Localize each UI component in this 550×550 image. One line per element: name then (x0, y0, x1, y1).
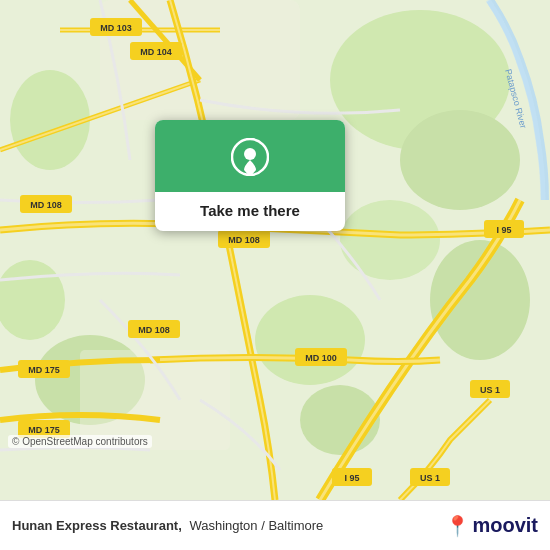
svg-point-5 (10, 70, 90, 170)
footer-bar: Hunan Express Restaurant, Washington / B… (0, 500, 550, 550)
map-container: MD 103 MD 104 MD 108 MD 108 MD 108 MD 10… (0, 0, 550, 500)
svg-text:MD 100: MD 100 (305, 353, 337, 363)
svg-text:MD 103: MD 103 (100, 23, 132, 33)
restaurant-name: Hunan Express Restaurant, (12, 518, 182, 533)
svg-text:MD 175: MD 175 (28, 425, 60, 435)
svg-point-8 (255, 295, 365, 385)
svg-text:MD 108: MD 108 (228, 235, 260, 245)
take-me-there-button[interactable]: Take me there (186, 192, 314, 231)
restaurant-location: Washington / Baltimore (189, 518, 323, 533)
svg-text:MD 175: MD 175 (28, 365, 60, 375)
svg-text:MD 108: MD 108 (138, 325, 170, 335)
svg-point-43 (244, 148, 256, 160)
svg-text:US 1: US 1 (480, 385, 500, 395)
svg-text:US 1: US 1 (420, 473, 440, 483)
popup-header (155, 120, 345, 192)
moovit-pin-icon: 📍 (445, 514, 470, 538)
svg-point-3 (340, 200, 440, 280)
footer-restaurant-info: Hunan Express Restaurant, Washington / B… (12, 518, 435, 533)
map-popup[interactable]: Take me there (155, 120, 345, 231)
svg-point-2 (400, 110, 520, 210)
map-svg: MD 103 MD 104 MD 108 MD 108 MD 108 MD 10… (0, 0, 550, 500)
location-pin-icon (231, 138, 269, 176)
copyright-text: © OpenStreetMap contributors (8, 435, 152, 448)
svg-text:I 95: I 95 (344, 473, 359, 483)
moovit-logo: 📍 moovit (445, 514, 538, 538)
moovit-brand-name: moovit (472, 514, 538, 537)
svg-text:MD 108: MD 108 (30, 200, 62, 210)
svg-text:MD 104: MD 104 (140, 47, 172, 57)
svg-text:I 95: I 95 (496, 225, 511, 235)
